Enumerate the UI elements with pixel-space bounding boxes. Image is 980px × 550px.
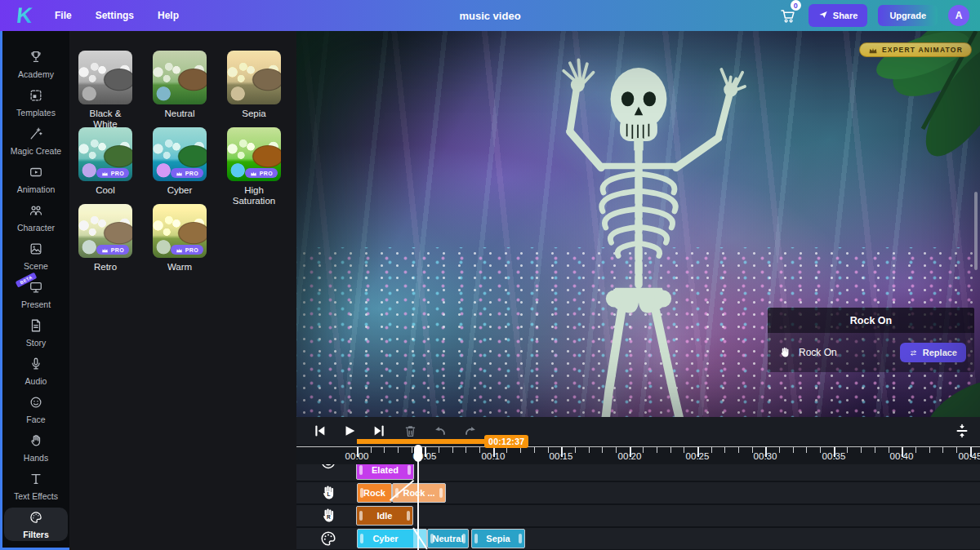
pro-badge: PRO <box>96 168 129 178</box>
filter-thumb-sepia[interactable] <box>227 51 281 104</box>
app-window: K File Settings Help music video 0 Share… <box>0 0 980 550</box>
track-filters: Cyber Neutral Sepia <box>296 528 980 549</box>
ruler-label: 00:40 <box>890 451 914 461</box>
palette-icon <box>29 510 43 528</box>
playhead-handle[interactable] <box>414 445 422 462</box>
sidebar-item-story[interactable]: Story <box>4 316 68 349</box>
play-button[interactable] <box>341 423 358 439</box>
clip-right-handle[interactable] <box>462 534 466 543</box>
pro-badge: PRO <box>245 168 278 178</box>
sidebar-label: Animation <box>17 185 56 194</box>
track-right-hand: R Idle <box>296 505 980 526</box>
timeline-ruler[interactable]: 00:00 00:05 00:10 00:15 00:20 00:25 00:3… <box>296 445 980 464</box>
clip-right-handle[interactable] <box>407 511 410 521</box>
filter-preview <box>153 51 207 104</box>
right-hand-track-icon: R <box>319 507 337 525</box>
project-title: music video <box>459 10 520 22</box>
sidebar-item-text-effects[interactable]: Text Effects <box>4 469 68 503</box>
microphone-icon <box>29 357 43 375</box>
sidebar-label: Text Effects <box>14 492 58 501</box>
pro-label: PRO <box>111 247 124 253</box>
pro-badge: PRO <box>171 245 203 255</box>
svg-text:L: L <box>327 491 330 497</box>
filter-thumb-cool[interactable]: PRO <box>78 127 132 181</box>
sidebar-label: Present <box>21 300 51 309</box>
filter-thumb-neutral[interactable] <box>153 51 207 104</box>
sidebar-item-hands[interactable]: Hands <box>4 431 68 464</box>
timeline: Elated L Rock Rock ... R Idle <box>296 417 980 550</box>
ruler-label: 00:20 <box>618 451 642 461</box>
templates-icon <box>29 88 43 106</box>
clip-rock[interactable]: Rock <box>357 483 392 503</box>
sidebar-item-animation[interactable]: Animation <box>4 162 68 196</box>
sidebar-label: Face <box>26 415 45 424</box>
pro-label: PRO <box>111 171 124 176</box>
sidebar-item-academy[interactable]: Academy <box>4 47 68 81</box>
filter-thumb-black-white[interactable] <box>78 51 132 104</box>
filter-card-sepia: Sepia <box>227 51 281 127</box>
filters-panel: Black & White Neutral Sepia PRO Cool PRO… <box>69 31 296 550</box>
track-left-hand: L Rock Rock ... <box>296 482 980 503</box>
menu-file[interactable]: File <box>55 10 72 21</box>
present-icon <box>29 280 43 298</box>
ruler-label: 00:35 <box>822 451 846 461</box>
timecode-badge[interactable]: 00:12:37 <box>484 435 528 448</box>
redo-button[interactable] <box>462 423 479 439</box>
filter-card-warm: PRO Warm <box>153 204 207 281</box>
filter-name: Retro <box>78 262 132 273</box>
sidebar-item-filters[interactable]: Filters <box>4 508 68 541</box>
sidebar-item-character[interactable]: Character <box>4 201 68 234</box>
menu-help[interactable]: Help <box>158 10 179 21</box>
sidebar-item-scene[interactable]: Scene <box>4 239 68 273</box>
clip-sepia[interactable]: Sepia <box>471 529 525 548</box>
ruler-label: 00:30 <box>754 451 777 461</box>
filter-thumb-high-saturation[interactable]: PRO <box>227 127 281 181</box>
character-icon <box>29 203 43 221</box>
share-button[interactable]: Share <box>808 4 868 27</box>
ruler-label: 00:15 <box>550 451 573 461</box>
upgrade-button[interactable]: Upgrade <box>878 5 938 26</box>
sidebar-item-audio[interactable]: Audio <box>4 354 68 388</box>
sidebar-label: Magic Create <box>11 147 61 156</box>
vignette <box>296 31 980 417</box>
clip-label: Sepia <box>472 530 524 548</box>
menubar: File Settings Help <box>55 10 179 21</box>
filter-thumb-cyber[interactable]: PRO <box>153 127 207 181</box>
video-preview[interactable]: EXPERT ANIMATOR Rock On Rock On Replace <box>296 31 980 417</box>
filter-thumb-warm[interactable]: PRO <box>153 204 207 258</box>
undo-button[interactable] <box>432 423 448 439</box>
clip-right-handle[interactable] <box>408 465 411 475</box>
clip-idle[interactable]: Idle <box>356 506 413 526</box>
skip-to-start-button[interactable] <box>311 423 327 439</box>
filter-card-cyber: PRO Cyber <box>153 127 207 204</box>
filter-name: Neutral <box>153 109 207 119</box>
ruler-label: 00:00 <box>345 451 369 461</box>
sidebar-item-present[interactable]: BETA Present <box>4 277 68 311</box>
clip-neutral[interactable]: Neutral <box>427 529 469 548</box>
pro-label: PRO <box>185 247 198 253</box>
ruler-label: 00:25 <box>686 451 710 461</box>
sidebar-item-face[interactable]: Face <box>4 393 68 426</box>
cart-icon[interactable]: 0 <box>778 6 798 25</box>
sidebar-label: Templates <box>16 109 56 118</box>
filter-card-neutral: Neutral <box>153 51 207 127</box>
academy-icon <box>29 50 43 68</box>
filter-thumb-retro[interactable]: PRO <box>78 204 132 258</box>
filter-card-high-saturation: PRO High Saturation <box>227 127 281 204</box>
sidebar-label: Character <box>17 224 55 233</box>
pro-badge: PRO <box>171 168 203 178</box>
pro-label: PRO <box>260 171 273 176</box>
clip-right-handle[interactable] <box>519 534 522 543</box>
clip-right-handle[interactable] <box>439 488 443 498</box>
delete-button[interactable] <box>402 423 418 439</box>
share-icon <box>818 10 828 21</box>
avatar[interactable]: A <box>948 5 969 26</box>
skip-to-end-button[interactable] <box>372 423 388 439</box>
scene-icon <box>29 242 43 259</box>
sidebar-item-templates[interactable]: Templates <box>4 86 68 119</box>
timeline-fit-button[interactable] <box>954 423 970 439</box>
svg-text:R: R <box>327 514 331 520</box>
menu-settings[interactable]: Settings <box>96 10 134 21</box>
app-logo[interactable]: K <box>7 3 42 29</box>
sidebar-item-magic-create[interactable]: Magic Create <box>4 124 68 157</box>
